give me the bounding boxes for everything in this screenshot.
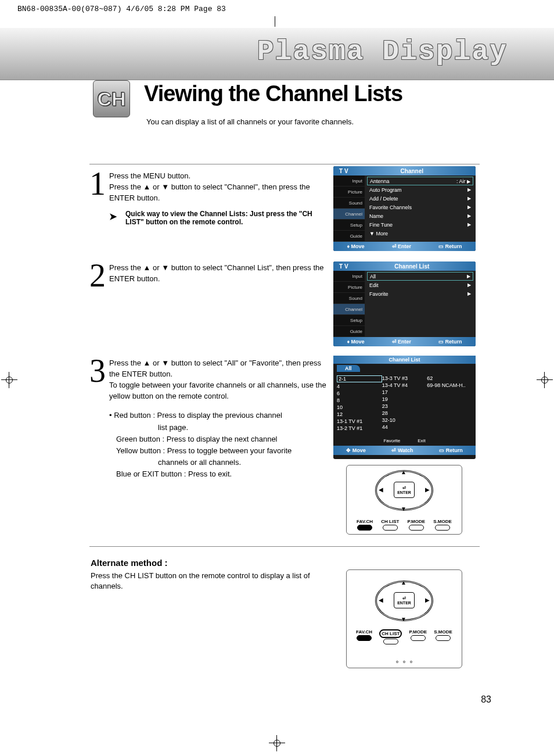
- caret-right-icon: ▶: [467, 274, 470, 279]
- bullet-red: • Red button : Press to display the prev…: [109, 410, 328, 421]
- chlist-col1: 2-1 4 6 8 10 12 13-1 TV #1 13-2 TV #1: [337, 375, 382, 435]
- side-picture[interactable]: Picture: [333, 187, 365, 198]
- step3-p2: To toggle between your favorite channels…: [109, 380, 328, 402]
- side-picture[interactable]: Picture: [333, 282, 365, 293]
- chlist-col2: 13-3 TV #3 13-4 TV #4 17 19 23 28 32-10 …: [382, 375, 427, 435]
- remote-diagram-2: ⏎ENTER ▲ ▼ ◀ ▶ FAV.CH CH LIST P.MODE S.M…: [346, 569, 462, 668]
- row-autoprogram[interactable]: Auto Program▶: [367, 185, 473, 194]
- pmode-button[interactable]: [409, 525, 424, 531]
- alt-method-title: Alternate method :: [91, 558, 168, 568]
- side-guide[interactable]: Guide: [333, 326, 365, 337]
- divider: [89, 546, 480, 547]
- down-arrow-icon[interactable]: ▼: [401, 616, 406, 622]
- ch-item[interactable]: 6: [337, 390, 382, 396]
- step-3: 3 Press the ▲ or ▼ button to select "All…: [89, 358, 328, 480]
- row-more[interactable]: ▼ More: [367, 229, 473, 238]
- chlist-button[interactable]: [383, 639, 398, 644]
- enter-button[interactable]: ⏎ENTER: [394, 482, 415, 498]
- row-finetune[interactable]: Fine Tune▶: [367, 220, 473, 229]
- row-name[interactable]: Name▶: [367, 212, 473, 220]
- left-arrow-icon[interactable]: ◀: [379, 486, 383, 493]
- step-number: 3: [89, 358, 108, 384]
- ch-item[interactable]: 32-10: [382, 417, 427, 423]
- up-arrow-icon[interactable]: ▲: [401, 469, 406, 475]
- caret-right-icon: ▶: [467, 291, 471, 296]
- ch-item[interactable]: 4: [337, 384, 382, 389]
- footer-enter: ⏎ Enter: [392, 243, 412, 249]
- row-antenna[interactable]: Antenna: Air ▶: [367, 177, 473, 185]
- osd-tv-label: T V: [339, 168, 348, 174]
- banner-title: Plasma Display: [257, 36, 508, 67]
- right-arrow-icon[interactable]: ▶: [425, 486, 430, 493]
- footer-move: ✥ Move: [346, 447, 366, 453]
- ch-item[interactable]: 13-1 TV #1: [337, 418, 382, 424]
- side-setup[interactable]: Setup: [333, 315, 365, 326]
- osd-channel-menu: T V Channel Input Picture Sound Channel …: [333, 166, 476, 251]
- registration-mark-icon: [269, 735, 285, 751]
- side-setup[interactable]: Setup: [333, 220, 365, 231]
- pmode-label: P.MODE: [408, 519, 426, 524]
- tip-arrow-icon: ➤: [109, 211, 117, 222]
- ch-item[interactable]: 10: [337, 404, 382, 410]
- chlist-button[interactable]: [383, 525, 398, 531]
- osd-title: Channel: [348, 168, 476, 174]
- side-input[interactable]: Input: [333, 271, 365, 282]
- ch-item[interactable]: 69-98 NCAM-H..: [427, 382, 472, 388]
- ch-item[interactable]: 12: [337, 411, 382, 417]
- tip-text: Quick way to view the Channel Lists: Jus…: [125, 210, 312, 226]
- alt-method-body: Press the CH LIST button on the remote c…: [91, 571, 323, 592]
- row-adddelete[interactable]: Add / Delete▶: [367, 194, 473, 203]
- row-favorite[interactable]: Favorite Channels▶: [367, 203, 473, 212]
- pmode-label: P.MODE: [409, 629, 427, 635]
- side-input[interactable]: Input: [333, 175, 365, 187]
- favch-button[interactable]: [357, 635, 372, 641]
- step2-body: Press the ▲ or ▼ button to select "Chann…: [109, 263, 328, 285]
- side-sound[interactable]: Sound: [333, 198, 365, 209]
- caret-right-icon: ▶: [467, 196, 471, 201]
- down-arrow-icon[interactable]: ▼: [401, 506, 406, 512]
- step-number: 1: [89, 171, 108, 197]
- ch-item[interactable]: 28: [382, 410, 427, 416]
- smode-button[interactable]: [436, 635, 451, 641]
- ch-item[interactable]: 13-3 TV #3: [382, 375, 427, 381]
- favch-button[interactable]: [357, 525, 372, 531]
- side-channel[interactable]: Channel: [333, 304, 365, 315]
- caret-right-icon: ▶: [467, 282, 471, 288]
- footer-return: ▭ Return: [438, 243, 462, 249]
- right-arrow-icon[interactable]: ▶: [425, 597, 430, 603]
- pmode-button[interactable]: [411, 635, 426, 641]
- ch-item[interactable]: 62: [427, 375, 472, 381]
- side-sound[interactable]: Sound: [333, 293, 365, 304]
- ch-badge-text: CH: [97, 88, 125, 110]
- smode-button[interactable]: [435, 525, 450, 531]
- favch-label: FAV.CH: [356, 629, 372, 635]
- chlist-tab-row: All: [333, 364, 476, 373]
- registration-mark-icon: [1, 372, 17, 388]
- enter-button[interactable]: ⏎ENTER: [394, 592, 415, 608]
- step3-p1: Press the ▲ or ▼ button to select "All" …: [109, 358, 328, 380]
- row-all[interactable]: All▶: [367, 272, 473, 281]
- row-edit[interactable]: Edit▶: [367, 281, 473, 289]
- left-arrow-icon[interactable]: ◀: [379, 597, 383, 603]
- ch-item[interactable]: 8: [337, 397, 382, 403]
- smode-label: S.MODE: [434, 629, 452, 635]
- ch-item[interactable]: 13-2 TV #1: [337, 425, 382, 431]
- page-title: Viewing the Channel Lists: [144, 81, 402, 106]
- dpad: ⏎ENTER ▲ ▼ ◀ ▶: [375, 581, 433, 621]
- ch-item[interactable]: 2-1: [337, 375, 382, 382]
- side-guide[interactable]: Guide: [333, 231, 365, 242]
- up-arrow-icon[interactable]: ▲: [401, 579, 406, 586]
- ch-item[interactable]: 17: [382, 389, 427, 395]
- row-favorite[interactable]: Favorite▶: [367, 289, 473, 298]
- tip: ➤ Quick way to view the Channel Lists: J…: [109, 210, 328, 226]
- ch-item[interactable]: 19: [382, 396, 427, 402]
- ch-item[interactable]: 13-4 TV #4: [382, 382, 427, 388]
- footer-watch: ⏎ Watch: [391, 447, 413, 453]
- ch-item[interactable]: 44: [382, 424, 427, 430]
- ch-badge: CH: [93, 80, 130, 117]
- ch-item[interactable]: 23: [382, 403, 427, 409]
- bullet-green: Green button : Press to display the next…: [109, 433, 328, 445]
- tab-all[interactable]: All: [337, 365, 360, 372]
- footer-move: ♦ Move: [347, 339, 364, 345]
- side-channel[interactable]: Channel: [333, 209, 365, 220]
